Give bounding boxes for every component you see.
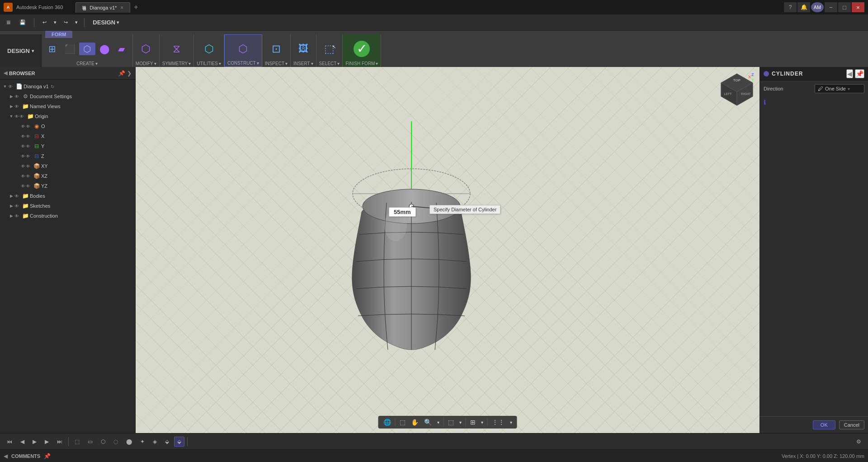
design-mode-btn[interactable]: DESIGN ▾ — [90, 18, 122, 27]
display-settings-dropdown[interactable]: ▾ — [457, 419, 464, 426]
snapping-dropdown-btn[interactable]: ▾ — [508, 419, 514, 426]
design-btn[interactable]: DESIGN ▾ — [0, 34, 42, 67]
origin-vis2[interactable]: 👁 — [19, 114, 24, 119]
y-vis2[interactable]: 👁 — [26, 144, 30, 149]
named-views-vis[interactable]: 👁 — [14, 104, 19, 109]
select-tool-btn[interactable]: ⬚ — [71, 437, 83, 447]
inspect-btn[interactable]: ⊡ — [268, 42, 284, 56]
cancel-btn[interactable]: Cancel — [839, 420, 864, 429]
tree-origin[interactable]: ▼ 👁 👁 📁 Origin — [6, 111, 135, 121]
symmetry-btn[interactable]: ⧖ — [168, 42, 184, 56]
browser-collapse-btn[interactable]: ◀ — [4, 70, 7, 76]
viewport[interactable]: TOP LEFT RIGHT X Y Z — [136, 67, 760, 433]
construct-btn[interactable]: ⬡ — [235, 42, 251, 56]
orbit-btn[interactable]: 🌐 — [381, 417, 393, 427]
yz-vis2[interactable]: 👁 — [26, 184, 30, 189]
yz-vis[interactable]: 👁 — [21, 184, 25, 189]
tree-root[interactable]: ▼ 👁 📄 Dianoga v1 ↻ — [0, 81, 135, 91]
tree-origin-o[interactable]: 👁 👁 ◉ O — [13, 121, 135, 131]
xy-vis2[interactable]: 👁 — [26, 164, 30, 169]
display-settings-btn[interactable]: ⬚ — [446, 417, 456, 427]
origin-vis[interactable]: 👁 — [14, 114, 19, 119]
tool9-btn[interactable]: ⬙ — [174, 437, 184, 447]
tree-origin-y[interactable]: 👁 👁 ⊟ Y — [13, 141, 135, 151]
doc-settings-vis[interactable]: 👁 — [14, 94, 19, 99]
settings-btn[interactable]: ⚙ — [853, 437, 864, 447]
xz-vis[interactable]: 👁 — [21, 174, 25, 179]
browser-pin-btn[interactable]: 📌 — [118, 70, 125, 76]
tree-origin-xy[interactable]: 👁 👁 📦 XY — [13, 161, 135, 171]
grid-btn[interactable]: ⊞ — [468, 417, 478, 427]
tree-sketches[interactable]: ▶ 👁 📁 Sketches — [6, 201, 135, 211]
grow-select-btn[interactable]: ◈ — [150, 437, 160, 447]
form-tab-indicator[interactable]: FORM — [45, 31, 72, 38]
snapping-btn[interactable]: ⋮⋮ — [490, 417, 507, 427]
undo-btn[interactable]: ↩ — [40, 18, 49, 27]
construction-vis[interactable]: 👁 — [14, 214, 19, 219]
xy-vis[interactable]: 👁 — [21, 164, 25, 169]
help-btn[interactable]: ? — [784, 2, 797, 12]
box-btn[interactable]: ⬛ — [61, 43, 78, 55]
maximize-btn[interactable]: □ — [838, 2, 851, 12]
redo-dropdown-btn[interactable]: ▾ — [74, 19, 79, 25]
tree-origin-x[interactable]: 👁 👁 ⊟ X — [13, 131, 135, 141]
sketches-vis[interactable]: 👁 — [14, 204, 19, 209]
new-tab-btn[interactable]: + — [131, 3, 141, 11]
construct-arrow[interactable]: ▾ — [257, 61, 259, 66]
y-vis[interactable]: 👁 — [21, 144, 25, 149]
tree-construction[interactable]: ▶ 👁 📁 Construction — [6, 211, 135, 221]
z-vis[interactable]: 👁 — [21, 154, 25, 159]
redo-btn[interactable]: ↪ — [61, 18, 71, 27]
nav-cube[interactable]: TOP LEFT RIGHT X Y Z — [719, 71, 755, 108]
create-arrow[interactable]: ▾ — [95, 61, 98, 66]
inspect-arrow[interactable]: ▾ — [285, 61, 288, 66]
hamburger-btn[interactable]: ≡ — [4, 17, 13, 28]
grid-dropdown-btn[interactable]: ▾ — [479, 419, 486, 426]
deselect-btn[interactable]: ✦ — [137, 437, 148, 447]
active-tab[interactable]: 🗎 Dianoga v1* × — [75, 2, 130, 13]
rect-select-btn[interactable]: ▭ — [85, 437, 96, 447]
extrude-btn[interactable]: ▰ — [113, 43, 130, 55]
tree-bodies[interactable]: ▶ 👁 📁 Bodies — [6, 191, 135, 201]
sphere-btn[interactable]: ⬤ — [96, 43, 113, 55]
x-vis2[interactable]: 👁 — [26, 134, 30, 139]
browser-expand-btn[interactable]: ❯ — [127, 70, 132, 76]
symmetry-arrow[interactable]: ▾ — [189, 61, 191, 66]
direction-dropdown[interactable]: 🖊 One Side ▾ — [815, 84, 864, 93]
user-btn[interactable]: AM — [811, 2, 824, 12]
bodies-vis[interactable]: 👁 — [14, 194, 19, 199]
freeform-select-btn[interactable]: ◌ — [110, 437, 121, 447]
select-btn[interactable]: ⬚ ↖ — [321, 42, 338, 56]
utilities-btn[interactable]: ⬡ — [201, 42, 217, 56]
undo-dropdown-btn[interactable]: ▾ — [53, 19, 57, 25]
tool8-btn[interactable]: ⬙ — [162, 437, 172, 447]
zoom-dropdown-btn[interactable]: ▾ — [435, 419, 442, 426]
o-vis2[interactable]: 👁 — [26, 124, 30, 129]
insert-arrow[interactable]: ▾ — [311, 61, 313, 66]
tree-named-views[interactable]: ▶ 👁 📁 Named Views — [6, 101, 135, 111]
tree-document-settings[interactable]: ▶ 👁 ⚙ Document Settings — [6, 91, 135, 101]
lasso-select-btn[interactable]: ⬤ — [123, 437, 135, 447]
close-btn[interactable]: × — [852, 2, 864, 12]
notification-btn[interactable]: 🔔 — [797, 2, 810, 12]
info-icon[interactable]: ℹ — [764, 99, 766, 106]
create-form-btn[interactable]: ⊞ — [44, 43, 61, 55]
ok-btn[interactable]: OK — [813, 420, 835, 429]
finish-form-btn[interactable]: ✓ — [351, 39, 373, 59]
save-btn[interactable]: 💾 — [17, 18, 28, 27]
panel-pin-btn[interactable]: 📌 — [855, 69, 864, 78]
next-frame-btn[interactable]: ▶ — [42, 437, 52, 447]
z-vis2[interactable]: 👁 — [26, 154, 30, 159]
last-frame-btn[interactable]: ⏭ — [54, 437, 66, 447]
xz-vis2[interactable]: 👁 — [26, 174, 30, 179]
utilities-arrow[interactable]: ▾ — [219, 61, 221, 66]
tab-close-btn[interactable]: × — [120, 5, 123, 11]
prev-frame-btn[interactable]: ◀ — [17, 437, 28, 447]
x-vis[interactable]: 👁 — [21, 134, 25, 139]
comments-collapse-btn[interactable]: ◀ — [4, 453, 8, 459]
display-mode-btn[interactable]: ⬚ — [397, 417, 408, 427]
select-arrow[interactable]: ▾ — [337, 61, 340, 66]
zoom-btn[interactable]: 🔍 — [422, 417, 434, 427]
o-vis[interactable]: 👁 — [21, 124, 25, 129]
tree-origin-yz[interactable]: 👁 👁 📦 YZ — [13, 181, 135, 191]
